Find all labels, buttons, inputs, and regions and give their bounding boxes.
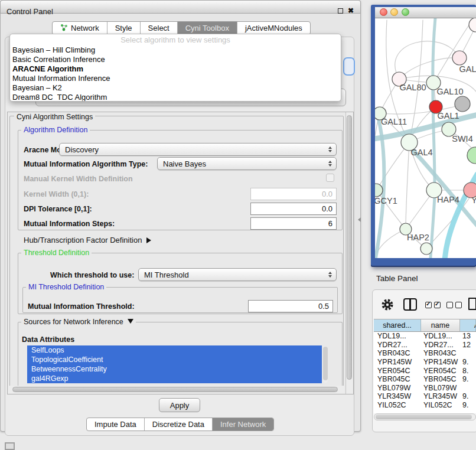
hub-definition-label: Hub/Transcription Factor Definition: [24, 236, 142, 244]
apply-button[interactable]: Apply: [159, 398, 200, 412]
close-button[interactable]: [380, 8, 387, 16]
focused-button-fragment[interactable]: [343, 57, 355, 76]
sources-group-toggle[interactable]: Sources for Network Inference: [21, 318, 136, 326]
table-cell: YDR27...: [421, 341, 460, 349]
scrollbar-thumb[interactable]: [376, 415, 472, 419]
split-view-icon[interactable]: [403, 298, 417, 311]
panel-divider-arrow[interactable]: [358, 217, 361, 222]
network-canvas[interactable]: GALGAL80GAL10GAL1GAL11SWI4GAL4YHAP4GCY1H…: [375, 18, 476, 258]
table-row[interactable]: YIL052CYIL052C9.: [374, 401, 476, 410]
float-window-icon[interactable]: [338, 8, 343, 14]
select-all-columns-icon[interactable]: [425, 302, 441, 308]
algorithm-option[interactable]: Bayesian – K2: [10, 83, 341, 93]
column-header[interactable]: A: [460, 319, 476, 331]
tab-jactivemnodules[interactable]: jActiveMNodules: [237, 22, 310, 34]
attribute-item[interactable]: BetweennessCentrality: [27, 364, 322, 374]
settings-vertical-scrollbar[interactable]: [345, 112, 353, 394]
table-row[interactable]: YDL19...YDL19...13: [374, 332, 476, 341]
algorithm-option[interactable]: Mutual Information Inference: [10, 74, 341, 83]
network-node[interactable]: [467, 147, 476, 164]
tab-cyni-toolbox[interactable]: Cyni Toolbox: [177, 22, 237, 34]
attribute-item[interactable]: SelfLoops: [27, 345, 322, 355]
column-header[interactable]: name: [421, 319, 460, 331]
aracne-mode-value: Discovery: [65, 145, 99, 154]
attribute-item[interactable]: TopologicalCoefficient: [27, 355, 322, 364]
tab-label: jActiveMNodules: [245, 24, 302, 32]
algorithm-option[interactable]: ARACNE Algorithm: [10, 64, 341, 74]
attributes-scrollbar[interactable]: [323, 346, 328, 383]
deselect-all-columns-icon[interactable]: [446, 302, 462, 308]
algorithm-option[interactable]: Dream8 DC_TDC Algorithm: [10, 93, 341, 102]
gear-icon[interactable]: [381, 298, 394, 311]
checked-checkbox-icon: [434, 302, 441, 308]
table-cell: YPR145W: [421, 358, 460, 366]
hub-definition-toggle[interactable]: Hub/Transcription Factor Definition: [24, 236, 151, 244]
collapse-down-icon: [128, 319, 133, 324]
table-cell: YLR345W: [374, 392, 421, 400]
table-cell: YBR043C: [421, 349, 460, 357]
settings-horizontal-scrollbar[interactable]: [8, 386, 344, 393]
tab-select[interactable]: Select: [140, 22, 177, 34]
mi-steps-field[interactable]: 6: [250, 217, 337, 230]
tab-impute-data[interactable]: Impute Data: [87, 418, 144, 431]
screen: Control Panel ✖ NetworkStyleSelectCyni T…: [0, 0, 476, 450]
zoom-button[interactable]: [402, 8, 409, 16]
unchecked-checkbox-icon: [446, 302, 453, 308]
tab-label: Cyni Toolbox: [185, 24, 229, 32]
sources-group-title: Sources for Network Inference: [24, 318, 123, 326]
table-cell: YIL052C: [421, 401, 460, 409]
network-node[interactable]: [452, 51, 467, 65]
network-node-label: GAL10: [436, 87, 463, 96]
kernel-width-field[interactable]: 0.0: [250, 188, 337, 200]
algorithm-option[interactable]: Basic Correlation Inference: [10, 55, 341, 64]
network-node-label: GAL11: [381, 117, 407, 126]
minimize-button[interactable]: [390, 8, 398, 16]
column-header[interactable]: shared...: [374, 319, 421, 331]
table-row[interactable]: YLR345WYLR345W9.: [374, 392, 476, 401]
network-edge[interactable]: [406, 142, 409, 228]
close-icon[interactable]: ✖: [348, 6, 354, 15]
network-node-label: GAL4: [410, 148, 432, 157]
which-threshold-combo[interactable]: MI Threshold: [138, 268, 337, 281]
aracne-mode-combo[interactable]: Discovery: [59, 143, 337, 156]
tab-discretize-data[interactable]: Discretize Data: [144, 418, 212, 431]
data-attributes-list: SelfLoopsTopologicalCoefficientBetweenne…: [27, 345, 322, 383]
manual-kernel-checkbox[interactable]: [326, 174, 334, 182]
mi-threshold-field[interactable]: 0.5: [248, 300, 333, 312]
network-node[interactable]: [375, 184, 383, 197]
dpi-tolerance-field[interactable]: 0.0: [250, 203, 337, 215]
table-panel-title: Table Panel: [376, 274, 418, 283]
tab-network[interactable]: Network: [53, 22, 107, 34]
table-row[interactable]: YBR045CYBR045C9.: [374, 375, 476, 384]
network-edge[interactable]: [395, 41, 459, 79]
table-horizontal-scrollbar[interactable]: [374, 413, 476, 420]
table-row[interactable]: YER054CYER054C8.: [374, 366, 476, 375]
algorithm-option[interactable]: Bayesian – Hill Climbing: [10, 45, 341, 55]
document-icon[interactable]: [468, 298, 476, 310]
mi-type-combo[interactable]: Naive Bayes: [157, 157, 337, 170]
minimized-panel-icon[interactable]: [5, 442, 15, 450]
tab-infer-network[interactable]: Infer Network: [212, 418, 273, 431]
table-row[interactable]: YBL079WYBL079W: [374, 384, 476, 393]
tab-style[interactable]: Style: [107, 22, 140, 34]
network-node-label: SWI4: [452, 134, 472, 144]
tab-label: Style: [115, 24, 132, 32]
table-row[interactable]: YPR145WYPR145W9.: [374, 358, 476, 367]
table-cell: 9.: [460, 401, 476, 409]
attribute-item[interactable]: gal4RGexp: [27, 374, 322, 383]
table-header-row: shared...nameA: [374, 319, 476, 332]
scrollbar-thumb[interactable]: [12, 387, 338, 392]
scrollbar-thumb[interactable]: [323, 347, 328, 380]
scrollbar-thumb[interactable]: [347, 115, 352, 380]
table-cell: YDL19...: [421, 332, 460, 340]
network-node[interactable]: [420, 243, 432, 255]
control-panel-titlebar: Control Panel ✖: [0, 0, 361, 14]
table-cell: 9.: [460, 375, 476, 383]
table-cell: YBR045C: [421, 375, 460, 383]
table-row[interactable]: YBR043CYBR043C: [374, 349, 476, 358]
table-cell: 12: [460, 341, 476, 349]
network-node[interactable]: [455, 96, 470, 112]
tab-label: Impute Data: [94, 420, 136, 429]
table-row[interactable]: YDR27...YDR27...12: [374, 341, 476, 350]
network-node[interactable]: [469, 18, 476, 32]
